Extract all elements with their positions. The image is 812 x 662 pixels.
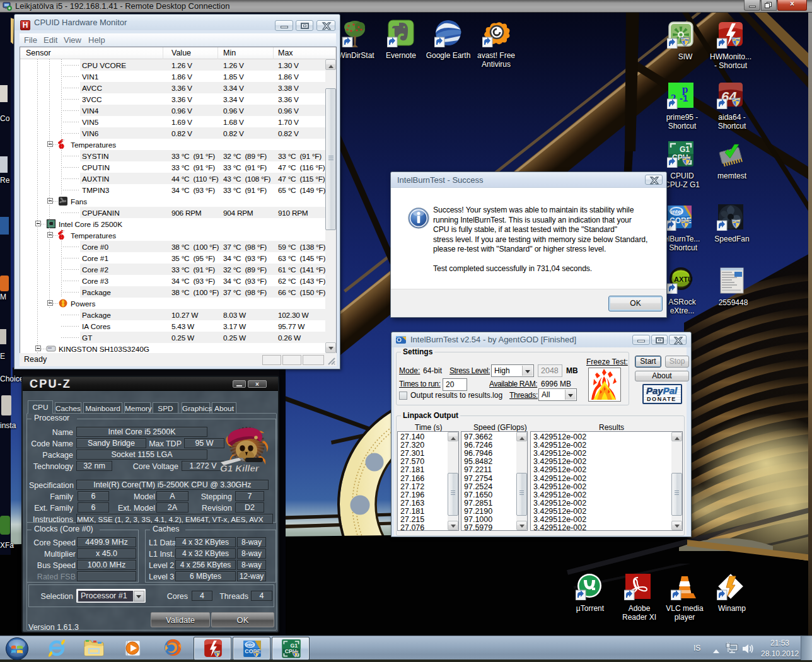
svg-text:G1: G1 xyxy=(680,145,690,154)
svg-text:-1: -1 xyxy=(680,93,688,103)
svg-text:AXTU: AXTU xyxy=(674,276,693,283)
svg-text:G1 Killer: G1 Killer xyxy=(220,463,260,473)
svg-text:intel: intel xyxy=(246,642,255,647)
svg-text:G1: G1 xyxy=(291,642,298,649)
svg-text:intel: intel xyxy=(671,209,683,215)
